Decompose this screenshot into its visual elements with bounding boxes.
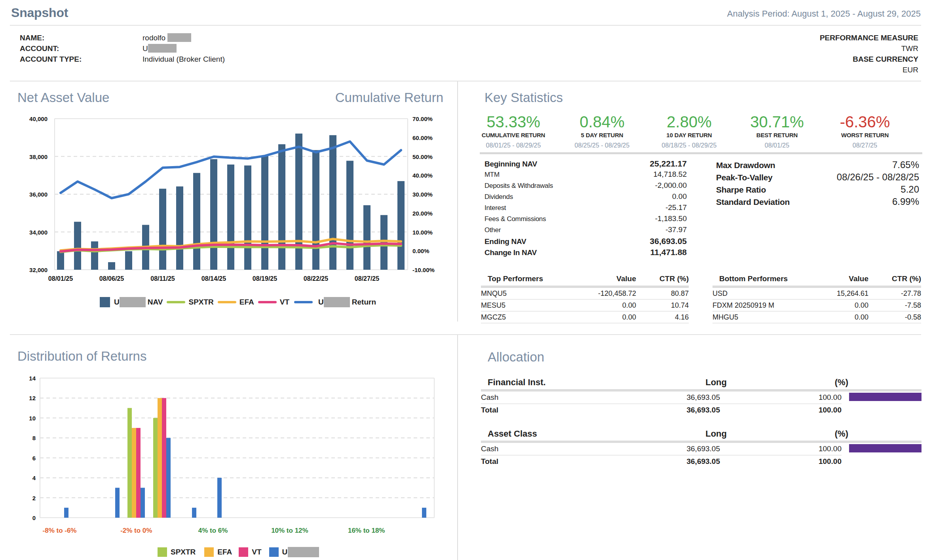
detail-value: -1,183.50 bbox=[655, 214, 687, 223]
table-row: MHGU50.00-0.58 bbox=[712, 312, 921, 324]
table-row: USD15,264.61-27.78 bbox=[712, 288, 921, 300]
svg-text:60.00%: 60.00% bbox=[412, 134, 433, 141]
cell: 4.16 bbox=[636, 313, 689, 322]
account-label: ACCOUNT: bbox=[20, 43, 142, 54]
key-statistics-title: Key Statistics bbox=[484, 90, 563, 105]
svg-text:-8% to -6%: -8% to -6% bbox=[43, 527, 77, 534]
detail-value: 36,693.05 bbox=[650, 236, 687, 246]
svg-text:32,000: 32,000 bbox=[29, 267, 48, 273]
detail-value: 11,471.88 bbox=[650, 248, 687, 257]
nav-detail-table: Beginning NAV25,221.17 MTM14,718.52 Depo… bbox=[484, 159, 687, 259]
allocation-bar bbox=[849, 444, 922, 452]
stat-value: 2.80% bbox=[662, 114, 717, 130]
asset-class-table: Asset ClassLong(%) Cash36,693.05100.00 T… bbox=[481, 427, 922, 467]
table-row: MGCZ50.004.16 bbox=[481, 312, 689, 324]
account-type-value: Individual (Broker Client) bbox=[142, 54, 225, 64]
legend-label-spxtr: SPXTR bbox=[171, 548, 196, 556]
detail-label: MTM bbox=[484, 171, 500, 179]
legend-swatch-account bbox=[269, 547, 279, 557]
cell: 0.00 bbox=[567, 301, 636, 310]
stat-value: 53.33% bbox=[482, 114, 545, 130]
svg-text:8: 8 bbox=[32, 435, 36, 441]
detail-label: Interest bbox=[484, 204, 506, 212]
column-header: Value bbox=[799, 274, 868, 283]
risk-label: Sharpe Ratio bbox=[716, 185, 766, 195]
stat-dates: 08/27/25 bbox=[840, 142, 890, 149]
stat-value: -6.36% bbox=[840, 114, 890, 130]
svg-text:12: 12 bbox=[29, 395, 36, 401]
stat-value: 30.71% bbox=[750, 114, 804, 130]
name-label: NAME: bbox=[20, 32, 142, 43]
legend-swatch-efa bbox=[204, 547, 214, 557]
cell: MESU5 bbox=[481, 301, 567, 310]
risk-value: 08/26/25 - 08/28/25 bbox=[837, 172, 919, 183]
svg-text:10: 10 bbox=[29, 415, 36, 422]
legend-swatch-efa bbox=[218, 301, 236, 303]
legend-swatch-spxtr bbox=[167, 301, 185, 303]
distribution-chart: 02468101214-8% to -6%-2% to 0%4% to 6%10… bbox=[0, 364, 458, 538]
detail-label: Deposits & Withdrawals bbox=[484, 182, 553, 190]
svg-text:50.00%: 50.00% bbox=[412, 153, 433, 160]
cell: 100.00 bbox=[720, 443, 842, 456]
column-header: Financial Inst. bbox=[481, 377, 622, 388]
risk-label: Peak-To-Valley bbox=[716, 173, 772, 182]
column-header: Top Performers bbox=[481, 274, 567, 283]
table-row: Cash36,693.05100.00 bbox=[481, 392, 922, 404]
financial-inst-table: Financial Inst.Long(%) Cash36,693.05100.… bbox=[481, 376, 922, 416]
stats-divider-bar bbox=[480, 152, 922, 154]
cell: 0.00 bbox=[799, 313, 868, 322]
stat-label: 10 DAY RETURN bbox=[662, 132, 717, 138]
cell: 10.74 bbox=[636, 301, 689, 310]
detail-value: 25,221.17 bbox=[650, 159, 687, 168]
column-header: Long bbox=[622, 377, 727, 388]
cell: 100.00 bbox=[720, 406, 842, 414]
name-value: rodolfo bbox=[142, 32, 225, 43]
cell: 80.87 bbox=[636, 289, 689, 298]
stat-best-return: 30.71% BEST RETURN 08/01/25 bbox=[750, 114, 804, 149]
cumulative-return-title: Cumulative Return bbox=[335, 90, 443, 105]
cell: -120,458.72 bbox=[567, 289, 636, 298]
svg-text:-2% to 0%: -2% to 0% bbox=[120, 527, 152, 534]
cell: FDXM 20250919 M bbox=[712, 301, 799, 310]
svg-text:10% to 12%: 10% to 12% bbox=[271, 527, 308, 534]
legend-swatch-nav bbox=[100, 297, 110, 307]
svg-text:36,000: 36,000 bbox=[29, 191, 48, 198]
legend-label-account: U bbox=[282, 548, 288, 556]
cell: 36,693.05 bbox=[616, 443, 720, 456]
legend-label-spxtr: SPXTR bbox=[188, 298, 213, 306]
risk-value: 6.99% bbox=[892, 196, 919, 207]
account-redaction bbox=[148, 44, 177, 53]
nav-chart-legend: U NAV SPXTR EFA VT U Return bbox=[100, 297, 376, 307]
column-header: CTR (%) bbox=[636, 274, 689, 283]
snapshot-report: Snapshot Analysis Period: August 1, 2025… bbox=[0, 0, 931, 560]
svg-text:34,000: 34,000 bbox=[29, 229, 48, 236]
svg-text:08/19/25: 08/19/25 bbox=[253, 275, 277, 282]
top-performers-table: Top PerformersValueCTR (%) MNQU5-120,458… bbox=[481, 272, 689, 324]
detail-label: Fees & Commissions bbox=[484, 215, 546, 223]
column-header: (%) bbox=[727, 377, 848, 388]
cell: 36,693.05 bbox=[616, 457, 720, 466]
performance-measure-value: TWR bbox=[820, 43, 918, 54]
stat-worst-return: -6.36% WORST RETURN 08/27/25 bbox=[840, 114, 890, 149]
svg-text:14: 14 bbox=[29, 375, 36, 382]
stat-5day-return: 0.84% 5 DAY RETURN 08/25/25 - 08/29/25 bbox=[575, 114, 630, 149]
detail-value: 14,718.52 bbox=[653, 170, 687, 179]
svg-text:-10.00%: -10.00% bbox=[412, 267, 435, 273]
svg-text:0.00%: 0.00% bbox=[412, 248, 429, 254]
cell: USD bbox=[712, 289, 799, 298]
cell: MHGU5 bbox=[712, 313, 799, 322]
page-title: Snapshot bbox=[11, 6, 68, 20]
svg-text:08/01/25: 08/01/25 bbox=[48, 275, 73, 282]
svg-text:4: 4 bbox=[32, 475, 36, 481]
table-row: MESU50.0010.74 bbox=[481, 300, 689, 312]
account-type-label: ACCOUNT TYPE: bbox=[20, 54, 142, 64]
panel-divider-horizontal bbox=[10, 334, 921, 335]
svg-text:2: 2 bbox=[32, 495, 36, 501]
header-divider bbox=[10, 25, 921, 26]
risk-detail-table: Max Drawdown7.65% Peak-To-Valley08/26/25… bbox=[716, 159, 919, 208]
column-header: (%) bbox=[727, 429, 848, 439]
legend-label-vt: VT bbox=[280, 298, 289, 306]
svg-text:08/27/25: 08/27/25 bbox=[355, 275, 379, 282]
stat-label: CUMULATIVE RETURN bbox=[482, 132, 545, 138]
legend-label-efa: EFA bbox=[217, 548, 232, 556]
